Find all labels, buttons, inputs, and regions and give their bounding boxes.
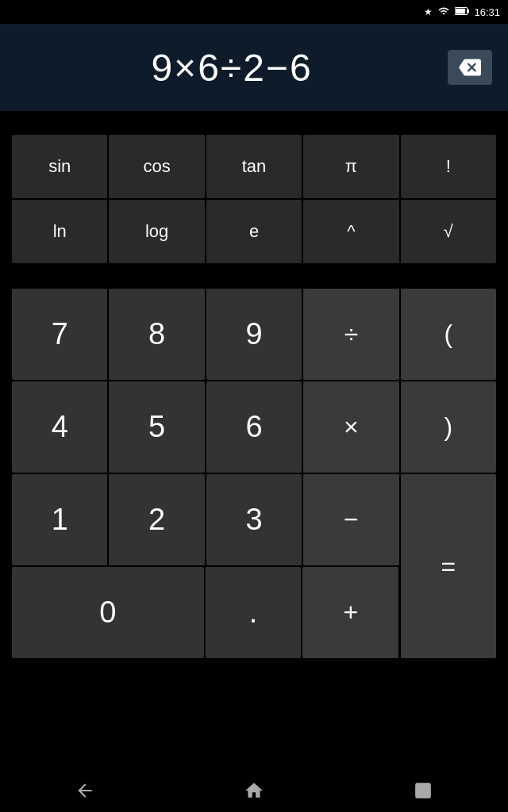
battery-icon (455, 6, 469, 18)
zero-btn[interactable]: 0 (12, 567, 204, 658)
time-display: 16:31 (474, 6, 500, 18)
sqrt-btn[interactable]: √ (401, 200, 496, 263)
log-btn[interactable]: log (109, 200, 204, 263)
backspace-button[interactable] (448, 50, 492, 85)
home-button[interactable] (222, 775, 286, 806)
two-btn[interactable]: 2 (109, 474, 204, 565)
factorial-btn[interactable]: ! (401, 135, 496, 198)
numpad-row-2: 4 5 6 × ) (12, 381, 496, 473)
six-btn[interactable]: 6 (206, 381, 302, 473)
tan-btn[interactable]: tan (206, 135, 302, 198)
three-btn[interactable]: 3 (206, 474, 302, 565)
plus-btn[interactable]: + (302, 567, 398, 658)
one-btn[interactable]: 1 (12, 474, 107, 565)
minus-btn[interactable]: − (303, 474, 398, 565)
dot-btn[interactable]: . (206, 567, 302, 658)
four-btn[interactable]: 4 (12, 381, 107, 473)
power-btn[interactable]: ^ (303, 200, 398, 263)
svg-rect-1 (468, 9, 469, 13)
bluetooth-icon: ★ (424, 6, 433, 17)
seven-btn[interactable]: 7 (12, 289, 107, 380)
gap1 (0, 111, 508, 135)
status-bar: ★ 16:31 (0, 0, 508, 24)
divide-btn[interactable]: ÷ (303, 289, 398, 380)
function-keys: sin cos tan π ! ln log e ^ √ (0, 135, 508, 263)
cos-btn[interactable]: cos (109, 135, 204, 198)
multiply-btn[interactable]: × (303, 381, 398, 473)
ln-btn[interactable]: ln (12, 200, 107, 263)
pi-btn[interactable]: π (303, 135, 398, 198)
sin-btn[interactable]: sin (12, 135, 107, 198)
function-row-2: ln log e ^ √ (12, 200, 496, 263)
numpad-row-1: 7 8 9 ÷ ( (12, 289, 496, 380)
nav-bar (0, 768, 508, 812)
function-row-1: sin cos tan π ! (12, 135, 496, 198)
gap2 (0, 265, 508, 289)
back-button[interactable] (53, 775, 117, 806)
equals-btn[interactable]: = (401, 474, 496, 658)
svg-rect-2 (456, 8, 466, 13)
rparen-btn[interactable]: ) (401, 381, 496, 473)
five-btn[interactable]: 5 (109, 381, 204, 473)
wifi-icon (437, 6, 450, 19)
numpad: 7 8 9 ÷ ( 4 5 6 × ) 1 2 3 − = 0 . + (0, 289, 508, 658)
recents-button[interactable] (391, 775, 455, 806)
lparen-btn[interactable]: ( (401, 289, 496, 380)
expression-display: 9×6÷2−6 (16, 46, 448, 90)
e-btn[interactable]: e (206, 200, 302, 263)
display-area: 9×6÷2−6 (0, 24, 508, 111)
nine-btn[interactable]: 9 (206, 289, 302, 380)
eight-btn[interactable]: 8 (109, 289, 204, 380)
